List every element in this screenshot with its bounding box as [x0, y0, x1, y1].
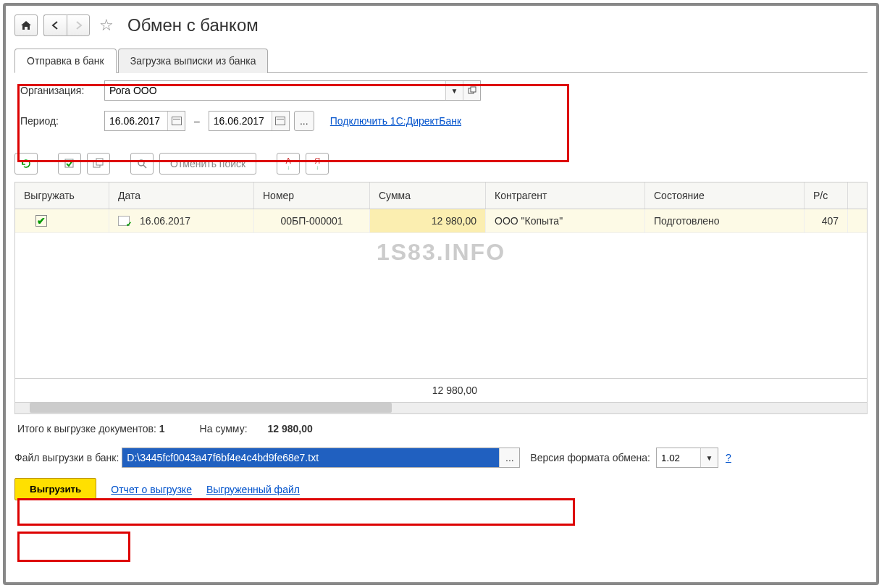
home-button[interactable] [14, 14, 38, 36]
favorite-button[interactable]: ☆ [96, 14, 117, 36]
refresh-button[interactable] [14, 153, 38, 175]
date-to-input[interactable] [209, 111, 290, 131]
col-sum[interactable]: Сумма [370, 182, 486, 209]
date-to-calendar-button[interactable] [272, 112, 289, 130]
summary-sum-label: На сумму: [200, 423, 248, 434]
cell-number: 00БП-000001 [254, 209, 370, 232]
page-title: Обмен с банком [127, 15, 259, 35]
col-contragent[interactable]: Контрагент [486, 182, 645, 209]
back-button[interactable] [43, 14, 67, 36]
cancel-search-button[interactable]: Отменить поиск [159, 153, 256, 175]
period-label: Период: [20, 115, 100, 127]
date-from-input[interactable] [104, 111, 185, 131]
row-checkbox[interactable]: ✔ [35, 215, 47, 227]
document-icon [118, 216, 130, 226]
period-dash: – [194, 115, 200, 127]
direct-bank-link[interactable]: Подключить 1С:ДиректБанк [330, 115, 461, 127]
help-link[interactable]: ? [726, 452, 731, 463]
export-file-input[interactable] [122, 448, 499, 467]
col-state[interactable]: Состояние [645, 182, 805, 209]
cell-contragent: ООО "Копыта" [486, 209, 645, 232]
svg-point-5 [138, 160, 144, 166]
version-label: Версия формата обмена: [530, 452, 650, 463]
horizontal-scrollbar[interactable] [14, 403, 868, 414]
tabs: Отправка в банк Загрузка выписки из банк… [14, 48, 868, 73]
uncheck-all-button[interactable] [87, 153, 110, 175]
col-number[interactable]: Номер [254, 182, 370, 209]
organization-combo[interactable]: ▼ [104, 80, 481, 101]
calendar-icon [275, 117, 285, 125]
cell-state: Подготовлено [645, 209, 805, 232]
version-dropdown-button[interactable]: ▼ [700, 448, 718, 467]
export-file-label: Файл выгрузки в банк: [14, 452, 119, 463]
watermark-text: 1S83.INFO [377, 239, 505, 266]
col-date[interactable]: Дата [109, 182, 254, 209]
sort-desc-button[interactable]: Я↓ [306, 153, 329, 175]
search-button[interactable] [130, 153, 154, 175]
cell-date: 16.06.2017 [140, 215, 190, 227]
organization-input[interactable] [105, 81, 445, 100]
summary-sum-value: 12 980,00 [268, 423, 313, 434]
tab-send-to-bank[interactable]: Отправка в банк [14, 49, 117, 73]
svg-rect-4 [96, 159, 103, 165]
exported-file-link[interactable]: Выгруженный файл [206, 484, 300, 495]
cell-sum: 12 980,00 [370, 209, 486, 232]
date-to-field[interactable] [209, 115, 272, 127]
summary-docs-label: Итого к выгрузке документов: [17, 423, 156, 434]
date-from-field[interactable] [105, 115, 167, 127]
version-combo[interactable]: ▼ [656, 448, 718, 468]
sort-asc-button[interactable]: А↓ [277, 153, 300, 175]
svg-rect-1 [471, 87, 476, 92]
organization-open-button[interactable] [463, 81, 480, 100]
organization-dropdown-button[interactable]: ▼ [445, 81, 463, 100]
version-input[interactable] [657, 448, 700, 467]
export-report-link[interactable]: Отчет о выгрузке [111, 484, 192, 495]
date-from-calendar-button[interactable] [167, 112, 185, 130]
documents-table: Выгружать Дата Номер Сумма Контрагент Со… [14, 182, 868, 403]
summary-docs-count: 1 [159, 423, 165, 434]
calendar-icon [172, 117, 182, 125]
tab-load-statement[interactable]: Загрузка выписки из банка [118, 49, 269, 73]
period-ellipsis-button[interactable]: ... [294, 111, 314, 131]
svg-line-6 [143, 165, 146, 168]
cell-account: 407 [805, 209, 848, 232]
forward-button[interactable] [67, 14, 90, 36]
table-row[interactable]: ✔ 16.06.2017 00БП-000001 12 980,00 ООО "… [15, 209, 867, 233]
footer-sum: 12 980,00 [370, 379, 486, 402]
organization-label: Организация: [20, 85, 100, 96]
check-all-button[interactable] [58, 153, 81, 175]
export-file-browse-button[interactable]: ... [499, 448, 519, 467]
export-button[interactable]: Выгрузить [14, 478, 96, 500]
col-account[interactable]: Р/с [805, 182, 848, 209]
col-export[interactable]: Выгружать [15, 182, 109, 209]
